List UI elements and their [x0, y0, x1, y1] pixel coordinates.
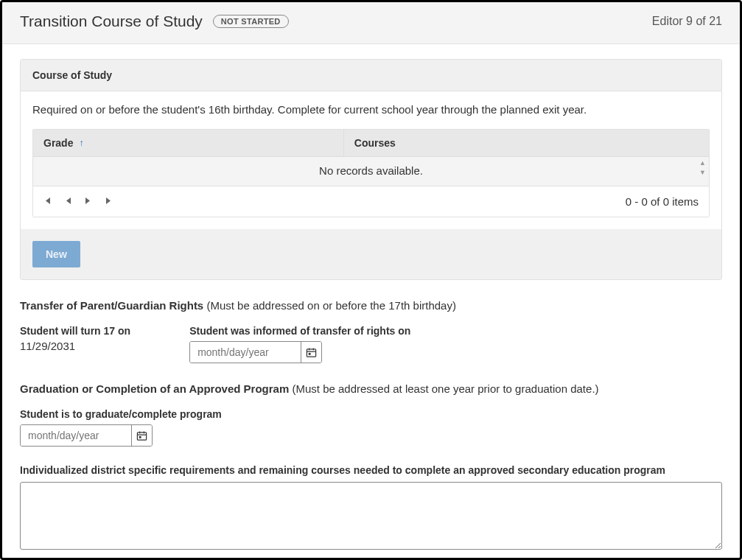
scroll-up-icon[interactable]: ▲ [699, 160, 706, 167]
graduation-section: Graduation or Completion of an Approved … [20, 382, 722, 560]
grid-scroll-indicator[interactable]: ▲ ▼ [699, 160, 706, 176]
grad-date-label: Student is to graduate/complete program [20, 408, 722, 420]
requirements-textarea[interactable] [20, 482, 722, 550]
svg-rect-0 [307, 349, 316, 356]
column-header-grade-label: Grade [43, 137, 73, 149]
turn-17-value: 11/29/2031 [20, 340, 130, 352]
calendar-icon [306, 347, 317, 358]
panel-instruction: Required on or before the student's 16th… [32, 103, 710, 116]
new-button[interactable]: New [32, 241, 80, 267]
turn-17-label: Student will turn 17 on [20, 325, 130, 337]
svg-rect-3 [139, 435, 141, 438]
course-grid: Grade ↑ Courses No records available. ▲ … [32, 129, 710, 217]
pager-prev-icon[interactable] [65, 197, 71, 207]
pager-first-icon[interactable] [43, 197, 52, 207]
transfer-rights-title-hint: (Must be addressed on or before the 17th… [203, 299, 456, 312]
turn-17-field: Student will turn 17 on 11/29/2031 [20, 325, 130, 363]
graduation-title: Graduation or Completion of an Approved … [20, 382, 722, 395]
calendar-icon [136, 430, 147, 441]
transfer-rights-title: Transfer of Parent/Guardian Rights (Must… [20, 299, 722, 312]
status-badge: NOT STARTED [213, 15, 289, 28]
scroll-down-icon[interactable]: ▼ [699, 169, 706, 176]
pager [43, 197, 113, 207]
course-of-study-panel: Course of Study Required on or before th… [20, 59, 722, 280]
transfer-rights-title-bold: Transfer of Parent/Guardian Rights [20, 299, 203, 312]
sort-asc-icon: ↑ [79, 139, 83, 147]
header-bar: Transition Course of Study NOT STARTED E… [2, 2, 740, 44]
svg-rect-2 [137, 432, 146, 439]
pager-info: 0 - 0 of 0 items [626, 195, 699, 208]
column-header-courses-label: Courses [354, 137, 396, 149]
transfer-rights-section: Transfer of Parent/Guardian Rights (Must… [20, 299, 722, 363]
graduation-title-hint: (Must be addressed at least one year pri… [289, 382, 598, 395]
graduation-title-bold: Graduation or Completion of an Approved … [20, 382, 289, 395]
informed-date-calendar-button[interactable] [301, 342, 321, 363]
grad-date-input[interactable] [21, 425, 131, 446]
grad-date-field: Student is to graduate/complete program [20, 408, 722, 447]
page-title: Transition Course of Study [20, 13, 203, 30]
grad-date-calendar-button[interactable] [131, 425, 152, 446]
informed-date-input[interactable] [190, 342, 301, 363]
informed-date-label: Student was informed of transfer of righ… [189, 325, 410, 337]
panel-title: Course of Study [21, 60, 721, 91]
pager-next-icon[interactable] [85, 197, 91, 207]
editor-count: Editor 9 of 21 [652, 15, 722, 28]
column-header-courses[interactable]: Courses [344, 130, 709, 156]
pager-last-icon[interactable] [105, 197, 113, 207]
grid-empty-text: No records available. [33, 157, 709, 186]
column-header-grade[interactable]: Grade ↑ [33, 130, 344, 156]
svg-rect-1 [309, 352, 311, 354]
requirements-label: Individualized district specific require… [20, 464, 722, 476]
informed-date-field: Student was informed of transfer of righ… [189, 325, 410, 363]
